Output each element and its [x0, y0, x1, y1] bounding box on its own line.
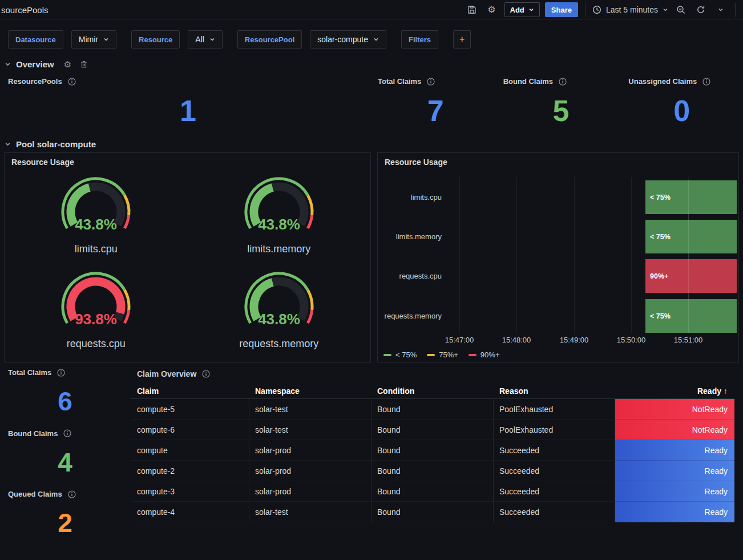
chevron-down-icon	[373, 37, 379, 42]
table-header-claim[interactable]: Claim	[131, 383, 249, 399]
legend-item-90[interactable]: 90%+	[469, 350, 500, 359]
cell-condition: Bound	[371, 440, 494, 461]
add-button[interactable]: Add	[504, 2, 540, 17]
stat-value: 6	[5, 379, 126, 424]
filter-label-resourcepool[interactable]: ResourcePool	[237, 30, 302, 49]
zoom-out-time-icon[interactable]	[673, 2, 688, 17]
cell-claim: compute-5	[131, 399, 249, 420]
chevron-down-icon	[5, 141, 11, 147]
cell-namespace: solar-test	[249, 502, 371, 522]
gauge-value: 43.8%	[75, 216, 117, 233]
cell-reason: PoolExhausted	[494, 420, 615, 440]
pool-panels-row: Resource Usage 43.8%limits.cpu43.8%limit…	[0, 150, 743, 362]
stat-value: 1	[5, 88, 371, 133]
cell-reason: Succeeded	[494, 440, 615, 461]
gauge-limits.memory: 43.8%limits.memory	[188, 168, 371, 263]
table-header-namespace[interactable]: Namespace	[249, 383, 371, 399]
table-header-condition[interactable]: Condition	[371, 383, 494, 399]
table-header-reason[interactable]: Reason	[494, 383, 615, 399]
share-button[interactable]: Share	[545, 2, 578, 17]
cell-namespace: solar-test	[249, 420, 371, 440]
topbar-divider	[735, 3, 736, 17]
sort-ascending-arrow-icon: ↑	[724, 386, 728, 396]
save-dashboard-icon[interactable]	[465, 2, 479, 17]
stat-panel-header: Unassigned Claims	[625, 75, 738, 88]
refresh-interval-dropdown[interactable]	[713, 2, 728, 17]
filter-value-text: Mimir	[79, 35, 98, 44]
stat-panel-total-claims: Total Claims7	[374, 75, 497, 133]
stat-panel-queued-claims: Queued Claims2	[5, 488, 126, 545]
cell-ready-status: NotReady	[615, 399, 734, 420]
chevron-down-icon	[103, 37, 109, 42]
filter-label-datasource[interactable]: Datasource	[8, 30, 63, 49]
timeline-state-bar-limits.memory[interactable]: < 75%	[645, 220, 737, 253]
gauge-value: 43.8%	[258, 311, 300, 328]
timeline-x-tick: 15:49:00	[551, 336, 597, 344]
timeline-state-bar-requests.memory[interactable]: < 75%	[645, 299, 737, 333]
info-icon[interactable]	[202, 370, 210, 378]
legend-swatch	[469, 354, 477, 356]
stat-value: 4	[5, 440, 126, 485]
legend-label: < 75%	[395, 350, 417, 359]
stat-panel-header: Total Claims	[5, 366, 126, 379]
stat-label: Queued Claims	[8, 490, 62, 498]
row-delete-trash-icon[interactable]	[80, 60, 88, 69]
cell-namespace: solar-prod	[249, 481, 371, 502]
time-range-picker[interactable]: Last 5 minutes	[592, 5, 668, 14]
filter-label-resource[interactable]: Resource	[131, 30, 180, 49]
legend-item-75[interactable]: < 75%	[383, 350, 417, 359]
cell-reason: Succeeded	[494, 481, 615, 502]
filter-value-dropdown-resource[interactable]: All	[188, 30, 223, 49]
section-header-overview[interactable]: Overview ⚙	[0, 58, 743, 70]
stat-panel-bound-claims: Bound Claims4	[5, 427, 126, 485]
cell-namespace: solar-prod	[249, 461, 371, 481]
timeline-x-tick: 15:48:00	[494, 336, 539, 344]
filter-value-dropdown-resourcepool[interactable]: solar-compute	[310, 30, 386, 49]
filter-bar: DatasourceMimirResourceAllResourcePoolso…	[0, 20, 743, 57]
cell-reason: Succeeded	[494, 502, 615, 522]
gauge-label: limits.cpu	[75, 243, 118, 255]
cell-claim: compute-2	[131, 461, 249, 481]
resource-usage-gauges-panel: Resource Usage 43.8%limits.cpu43.8%limit…	[4, 152, 371, 362]
info-icon	[702, 78, 710, 86]
refresh-icon[interactable]	[693, 2, 708, 17]
cell-ready-status: Ready	[615, 502, 734, 522]
timeline-state-bar-requests.cpu[interactable]: 90%+	[645, 259, 737, 293]
section-header-pool[interactable]: Pool solar-compute	[0, 138, 743, 150]
gauge-arc: 43.8%	[216, 175, 342, 243]
gauge-arc: 43.8%	[216, 270, 342, 337]
stat-panel-bound-claims: Bound Claims5	[500, 75, 623, 133]
gauge-label: limits.memory	[247, 243, 310, 255]
info-icon	[68, 490, 76, 498]
filter-group-resource: ResourceAll	[131, 30, 223, 49]
cell-ready-status: Ready	[615, 461, 734, 481]
claim-overview-panel: Claim Overview ClaimNamespaceConditionRe…	[131, 366, 738, 545]
filter-value-dropdown-datasource[interactable]: Mimir	[71, 30, 116, 49]
top-navigation-bar: sourcePools ⚙ Add Share Last 5 minutes	[0, 0, 743, 20]
filters-button[interactable]: Filters	[401, 30, 438, 49]
cell-claim: compute-4	[131, 502, 249, 522]
add-filter-button[interactable]: +	[453, 30, 471, 49]
filter-group-resourcepool: ResourcePoolsolar-compute	[237, 30, 386, 49]
timeline-legend: < 75%75%+90%+	[383, 350, 499, 359]
stat-value: 5	[500, 88, 623, 133]
dashboard-settings-gear-icon[interactable]: ⚙	[484, 2, 499, 17]
legend-item-75[interactable]: 75%+	[427, 350, 458, 359]
row-settings-gear-icon[interactable]: ⚙	[64, 60, 71, 69]
cell-reason: PoolExhausted	[494, 399, 615, 420]
filter-value-text: solar-compute	[317, 35, 368, 44]
time-range-label: Last 5 minutes	[606, 5, 658, 14]
cell-namespace: solar-prod	[249, 440, 371, 461]
legend-swatch	[427, 354, 435, 356]
filter-group-datasource: DatasourceMimir	[8, 30, 116, 49]
cell-condition: Bound	[371, 502, 494, 522]
claim-table: ClaimNamespaceConditionReasonReady↑compu…	[131, 383, 738, 522]
table-header-ready[interactable]: Ready↑	[615, 383, 734, 399]
timeline-state-bar-limits.cpu[interactable]: < 75%	[645, 180, 737, 214]
cell-ready-status: NotReady	[615, 420, 734, 440]
gauge-requests.cpu: 93.8%requests.cpu	[5, 263, 188, 357]
stat-label: Unassigned Claims	[628, 77, 697, 86]
cell-condition: Bound	[371, 461, 494, 481]
stat-panel-total-claims: Total Claims6	[5, 366, 126, 424]
stat-panel-header: Bound Claims	[500, 75, 623, 88]
